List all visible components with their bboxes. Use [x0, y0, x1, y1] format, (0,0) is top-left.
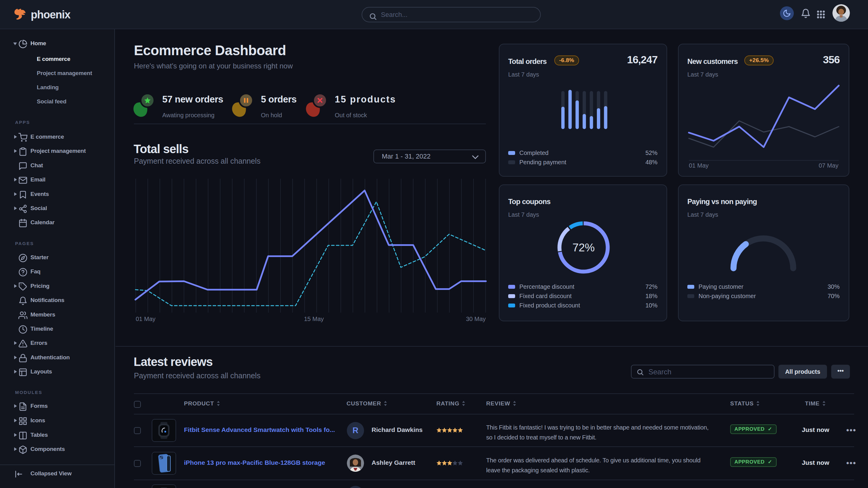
- svg-text:72%: 72%: [572, 241, 595, 254]
